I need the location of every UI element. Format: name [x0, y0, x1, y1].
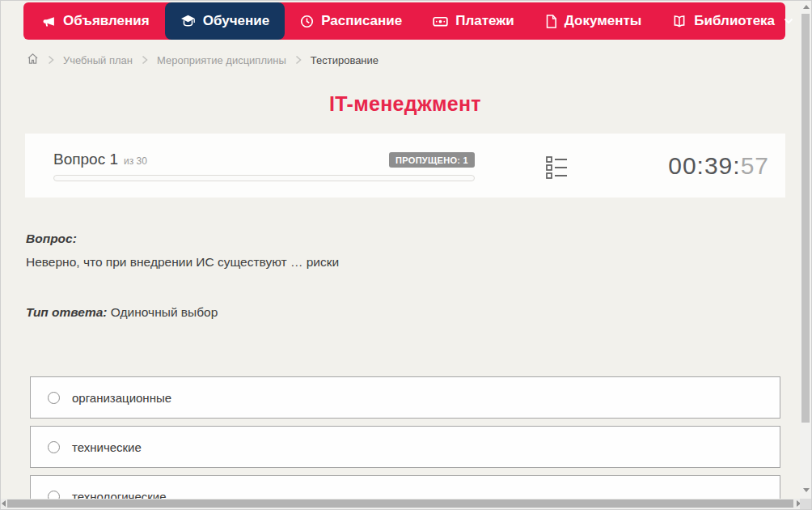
question-number: Вопрос 1 — [53, 151, 118, 168]
answer-type-label: Тип ответа: — [26, 305, 108, 319]
progress-bar — [53, 175, 475, 181]
chevron-right-icon — [142, 55, 148, 65]
nav-item-payments[interactable]: Платежи — [417, 2, 530, 40]
nav-item-announcements[interactable]: Объявления — [27, 2, 165, 40]
nav-item-label: Документы — [565, 13, 642, 29]
timer: 00:39:57 — [668, 152, 769, 180]
answer-option-2[interactable]: технические — [30, 426, 780, 468]
horizontal-scrollbar-thumb[interactable] — [7, 499, 793, 508]
nav-item-schedule[interactable]: Расписание — [285, 2, 417, 40]
chevron-down-icon — [784, 18, 793, 24]
open-book-icon — [672, 15, 687, 28]
top-navigation: Объявления Обучение Расписание Платежи Д… — [23, 2, 785, 40]
question-list-icon[interactable] — [546, 155, 568, 183]
option-label: организационные — [72, 391, 171, 405]
megaphone-icon — [42, 15, 56, 28]
skipped-badge: ПРОПУЩЕНО: 1 — [389, 152, 475, 168]
scroll-down-arrow-icon[interactable] — [803, 488, 810, 492]
nav-item-label: Объявления — [63, 13, 150, 29]
answer-type-value: Одиночный выбор — [111, 305, 218, 319]
nav-item-label: Платежи — [455, 13, 514, 29]
home-icon[interactable] — [27, 53, 39, 68]
page-title: IT-менеджмент — [25, 92, 785, 116]
clock-icon — [300, 15, 314, 28]
lms-test-page: Объявления Обучение Расписание Платежи Д… — [0, 0, 812, 510]
question-heading: Вопрос: — [26, 232, 754, 246]
question-header-panel: Вопрос 1 из 30 ПРОПУЩЕНО: 1 00:39:57 — [25, 134, 785, 198]
timer-seconds: 57 — [741, 152, 769, 179]
question-progress-block: Вопрос 1 из 30 ПРОПУЩЕНО: 1 — [53, 151, 475, 181]
banknote-icon — [433, 15, 448, 28]
chevron-right-icon — [295, 55, 302, 65]
document-icon — [545, 15, 557, 28]
answer-type-row: Тип ответа: Одиночный выбор — [26, 305, 754, 320]
chevron-right-icon — [48, 55, 54, 65]
nav-item-library[interactable]: Библиотека — [657, 2, 809, 40]
radio-button[interactable] — [48, 392, 60, 404]
breadcrumb-link-discipline-event[interactable]: Мероприятие дисциплины — [157, 54, 286, 66]
question-section: Вопрос: Неверно, что при внедрении ИС су… — [26, 232, 754, 320]
question-text: Неверно, что при внедрении ИС существуют… — [26, 255, 754, 270]
scroll-up-arrow-icon[interactable] — [803, 5, 810, 9]
answer-option-1[interactable]: организационные — [30, 376, 780, 419]
radio-button[interactable] — [48, 441, 60, 453]
vertical-scrollbar[interactable] — [800, 1, 811, 499]
option-label: технические — [72, 440, 142, 454]
scroll-left-arrow-icon[interactable] — [2, 500, 6, 507]
question-total: из 30 — [124, 155, 147, 167]
nav-item-documents[interactable]: Документы — [530, 2, 658, 40]
nav-item-learning[interactable]: Обучение — [165, 2, 285, 40]
nav-item-label: Обучение — [203, 13, 269, 29]
vertical-scrollbar-thumb[interactable] — [801, 14, 810, 423]
scrollbar-corner — [800, 499, 811, 510]
graduation-cap-icon — [180, 15, 196, 28]
breadcrumb-link-curriculum[interactable]: Учебный план — [63, 54, 133, 66]
answer-options: организационные технические технологичес… — [30, 376, 780, 510]
nav-item-label: Расписание — [321, 13, 402, 29]
horizontal-scrollbar[interactable] — [1, 499, 801, 508]
breadcrumb: Учебный план Мероприятие дисциплины Тест… — [27, 52, 379, 68]
timer-minutes: 00:39: — [668, 152, 740, 179]
nav-item-label: Библиотека — [694, 13, 775, 29]
breadcrumb-current-testing: Тестирование — [311, 54, 379, 66]
